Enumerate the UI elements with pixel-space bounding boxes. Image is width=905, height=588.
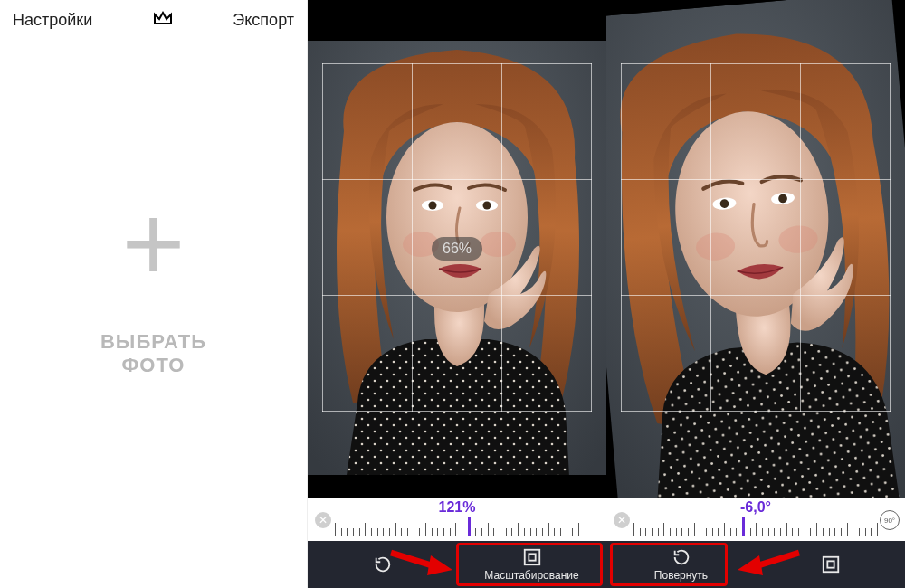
panel-scale: 66% ✕ 121% Масштабирование: [308, 0, 606, 588]
image-stage-scale[interactable]: 66%: [308, 0, 606, 498]
zoom-badge: 66%: [432, 237, 482, 261]
topbar: Настройки Экспорт: [0, 0, 307, 41]
controls-rotate: ✕ -6,0° 90° Повернуть: [606, 498, 905, 588]
scale-tool-label: Масштабирование: [484, 569, 578, 582]
scale-tool[interactable]: Масштабирование: [457, 541, 606, 588]
scale-slider[interactable]: ✕ 121%: [308, 498, 606, 541]
rotate-tool[interactable]: [308, 541, 457, 588]
scale-value: 121%: [439, 499, 476, 516]
tick-ruler: [335, 517, 579, 536]
image-stage-rotate[interactable]: [606, 0, 905, 498]
controls-scale: ✕ 121% Масштабирование: [308, 498, 606, 588]
portrait-image: [606, 0, 905, 498]
scale-tool[interactable]: [756, 541, 905, 588]
tick-ruler: [634, 517, 878, 536]
rotate-tool-label: Повернуть: [654, 569, 708, 582]
choose-photo-button[interactable]: + ВЫБРАТЬ ФОТО: [77, 211, 231, 377]
plus-icon: +: [77, 211, 231, 276]
close-icon[interactable]: ✕: [614, 512, 630, 528]
panel-rotate: ✕ -6,0° 90° Повернуть: [606, 0, 905, 588]
svg-rect-15: [823, 557, 838, 573]
panel-choose-photo: Настройки Экспорт + ВЫБРАТЬ ФОТО: [0, 0, 308, 588]
svg-rect-11: [524, 550, 539, 565]
svg-rect-16: [827, 561, 834, 567]
rotate-tool[interactable]: Повернуть: [606, 541, 756, 588]
toolbar-scale: Масштабирование: [308, 541, 606, 588]
crown-icon[interactable]: [152, 9, 174, 32]
close-icon[interactable]: ✕: [315, 512, 331, 528]
rotate-value: -6,0°: [740, 499, 771, 516]
toolbar-rotate: Повернуть: [606, 541, 905, 588]
settings-link[interactable]: Настройки: [13, 11, 92, 30]
rotate-90-button[interactable]: 90°: [880, 510, 900, 530]
svg-rect-12: [529, 554, 535, 560]
rotate-slider[interactable]: ✕ -6,0° 90°: [606, 498, 905, 541]
export-link[interactable]: Экспорт: [233, 11, 294, 30]
choose-photo-label: ВЫБРАТЬ ФОТО: [77, 330, 231, 377]
